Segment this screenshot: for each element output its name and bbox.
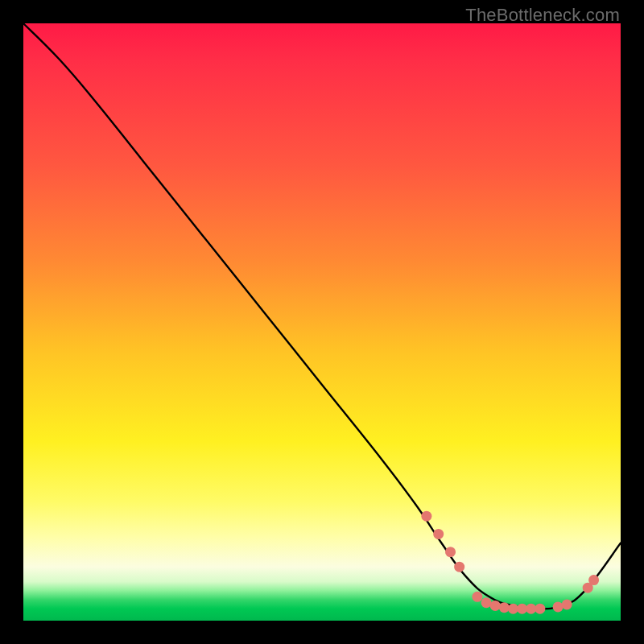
marker-dot [454,562,464,572]
marker-dot [472,592,482,602]
marker-dot [553,601,564,612]
marker-dot [588,575,599,585]
curve-line [23,23,621,609]
marker-dot [526,604,536,614]
marker-dot [421,511,431,522]
chart-stage: TheBottleneck.com [0,0,644,644]
watermark-text: TheBottleneck.com [465,5,620,26]
marker-dot [481,597,492,608]
marker-dot [535,604,545,614]
marker-dot [433,529,444,539]
marker-group [421,511,599,614]
marker-dot [499,602,510,613]
chart-overlay [23,23,621,621]
marker-dot [445,547,456,557]
marker-dot [517,604,527,614]
marker-dot [490,601,501,611]
marker-dot [508,604,518,614]
marker-dot [562,599,572,609]
